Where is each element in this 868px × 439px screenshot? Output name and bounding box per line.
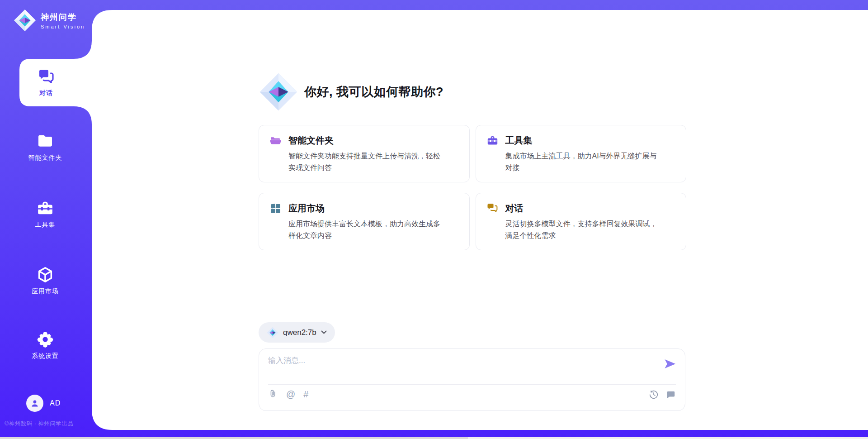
brand-subtitle: Smart Vision — [41, 24, 85, 29]
chat-bubbles-icon — [486, 202, 499, 215]
sidebar-item-folders[interactable]: 智能文件夹 — [9, 132, 81, 162]
card-title: 工具集 — [505, 134, 533, 147]
send-icon — [664, 358, 676, 370]
model-diamond-icon — [267, 327, 278, 339]
toolbox-icon — [36, 199, 54, 217]
greeting-title: 你好, 我可以如何帮助你? — [304, 84, 443, 100]
composer-toolbar-right — [649, 390, 676, 400]
message-input[interactable] — [268, 355, 657, 381]
attach-button[interactable] — [268, 389, 278, 400]
comment-icon — [666, 390, 676, 400]
comment-button[interactable] — [666, 390, 676, 400]
message-composer: @ # — [259, 348, 685, 411]
card-title: 智能文件夹 — [288, 134, 334, 147]
composer-toolbar: @ # — [268, 389, 308, 400]
paperclip-icon — [268, 389, 278, 400]
mention-button[interactable]: @ — [286, 389, 295, 400]
history-icon — [649, 390, 659, 400]
horizontal-scrollbar[interactable] — [0, 437, 868, 439]
greeting: 你好, 我可以如何帮助你? — [259, 72, 443, 111]
sidebar-item-settings[interactable]: 系统设置 — [9, 330, 81, 360]
card-app-market[interactable]: 应用市场 应用市场提供丰富长文本模板，助力高效生成多样化文章内容 — [259, 193, 470, 250]
brand-diamond-icon — [14, 9, 36, 32]
user-icon — [29, 398, 40, 409]
card-toolset[interactable]: 工具集 集成市场上主流工具，助力AI与外界无缝扩展与对接 — [476, 125, 687, 182]
folder-open-icon — [269, 134, 282, 147]
gear-icon — [36, 330, 54, 348]
sidebar-item-chat[interactable]: 对话 — [19, 59, 92, 106]
sidebar-item-market[interactable]: 应用市场 — [9, 266, 81, 296]
history-button[interactable] — [649, 390, 659, 400]
brand-title: 神州问学 — [41, 12, 85, 23]
sidebar-item-label: 工具集 — [35, 221, 56, 229]
feature-cards: 智能文件夹 智能文件夹功能支持批量文件上传与清洗，轻松实现文件问答 工具集 集成… — [259, 125, 686, 250]
sidebar-item-label: 对话 — [39, 89, 53, 97]
card-chat[interactable]: 对话 灵活切换多模型文件，支持多样回复效果调试，满足个性化需求 — [476, 193, 687, 250]
user-name: AD — [50, 399, 61, 407]
chat-icon — [37, 68, 55, 86]
card-description: 集成市场上主流工具，助力AI与外界无缝扩展与对接 — [505, 150, 660, 174]
card-title: 对话 — [505, 202, 524, 215]
assistant-diamond-icon — [259, 72, 298, 111]
app-grid-icon — [269, 202, 282, 215]
send-button[interactable] — [664, 358, 676, 370]
card-description: 灵活切换多模型文件，支持多样回复效果调试，满足个性化需求 — [505, 218, 660, 242]
avatar — [26, 395, 43, 412]
hash-button[interactable]: # — [303, 389, 308, 400]
sidebar-item-label: 系统设置 — [32, 352, 59, 360]
app-window: 神州问学 Smart Vision 对话 智能文件夹 工具集 — [0, 0, 868, 439]
chevron-down-icon — [321, 330, 327, 334]
briefcase-icon — [486, 134, 499, 147]
card-description: 应用市场提供丰富长文本模板，助力高效生成多样化文章内容 — [288, 218, 443, 242]
composer-divider — [268, 384, 676, 385]
card-smart-folder[interactable]: 智能文件夹 智能文件夹功能支持批量文件上传与清洗，轻松实现文件问答 — [259, 125, 470, 182]
sidebar-item-label: 智能文件夹 — [28, 154, 62, 162]
model-name: qwen2:7b — [283, 328, 316, 337]
scrollbar-thumb[interactable] — [0, 437, 468, 439]
model-selector[interactable]: qwen2:7b — [259, 322, 335, 343]
user-account[interactable]: AD — [26, 395, 61, 412]
brand-logo: 神州问学 Smart Vision — [14, 9, 85, 32]
copyright-text: ©神州数码 · 神州问学出品 — [5, 420, 73, 428]
cube-icon — [36, 266, 54, 284]
card-description: 智能文件夹功能支持批量文件上传与清洗，轻松实现文件问答 — [288, 150, 443, 174]
sidebar-item-tools[interactable]: 工具集 — [9, 199, 81, 229]
sidebar-item-label: 应用市场 — [32, 287, 59, 296]
card-title: 应用市场 — [288, 202, 325, 215]
folder-icon — [36, 132, 54, 150]
